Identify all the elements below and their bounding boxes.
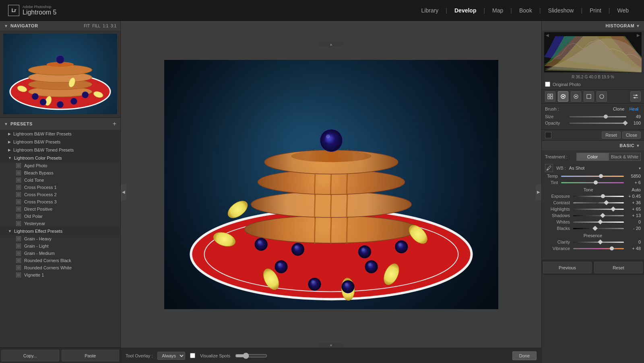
highlights-slider[interactable]	[573, 209, 624, 210]
list-item[interactable]: Vignette 1	[0, 271, 120, 279]
zoom-3to1[interactable]: 3:1	[111, 24, 116, 28]
auto-button[interactable]: Auto	[632, 187, 641, 192]
previous-button[interactable]: Previous	[543, 262, 592, 273]
opacity-slider-row: Opacity 100	[545, 121, 641, 125]
nav-book[interactable]: Book	[512, 0, 539, 21]
list-item[interactable]: Cross Process 1	[0, 184, 120, 191]
paste-button[interactable]: Paste	[62, 350, 120, 361]
main-layout: ▼ Navigator FIT FILL 1:1 3:1 ▼ Presets	[0, 21, 644, 363]
right-panel-collapse-tab[interactable]: ▶	[536, 184, 541, 200]
close-button[interactable]: Close	[622, 131, 641, 139]
list-item[interactable]: Old Polar	[0, 213, 120, 220]
histogram-left-arrow[interactable]: ◀	[546, 33, 549, 37]
color-treatment-button[interactable]: Color	[576, 153, 609, 161]
temp-slider-track[interactable]	[561, 176, 624, 177]
size-slider-track[interactable]	[570, 116, 626, 117]
nav-web[interactable]: Web	[610, 0, 636, 21]
svg-point-13	[636, 94, 637, 96]
original-photo-checkbox[interactable]	[545, 82, 550, 87]
presets-header[interactable]: ▼ Presets +	[0, 118, 120, 130]
redeye-tool-icon[interactable]	[571, 91, 581, 102]
bottom-collapse-bar[interactable]	[319, 343, 343, 348]
preset-group-bw-filter-header[interactable]: ▶ Lightroom B&W Filter Presets	[0, 130, 120, 138]
list-item[interactable]: Bleach Bypass	[0, 169, 120, 176]
small-square-icon[interactable]	[545, 132, 551, 138]
highlights-thumb[interactable]	[611, 207, 616, 212]
list-item[interactable]: Cold Tone	[0, 176, 120, 184]
reset-develop-button[interactable]: Reset	[594, 262, 643, 273]
brush-heal-button[interactable]: Heal	[627, 106, 641, 112]
shadows-thumb[interactable]	[600, 213, 605, 218]
whites-slider[interactable]	[573, 221, 624, 223]
presets-add-button[interactable]: +	[113, 120, 116, 127]
exposure-slider[interactable]	[573, 196, 624, 197]
size-slider-thumb[interactable]	[604, 115, 608, 119]
opacity-slider-track[interactable]	[570, 123, 626, 124]
preset-group-effects-header[interactable]: ▼ Lightroom Effect Presets	[0, 227, 120, 235]
nav-map[interactable]: Map	[485, 0, 510, 21]
spot-removal-icon[interactable]	[558, 91, 568, 102]
histogram-header[interactable]: Histogram ▼	[542, 21, 644, 31]
zoom-1to1[interactable]: 1:1	[103, 24, 108, 28]
svg-point-5	[562, 96, 564, 97]
list-item[interactable]: Grain - Medium	[0, 250, 120, 257]
tint-slider-thumb[interactable]	[594, 180, 598, 185]
blacks-slider[interactable]	[573, 228, 624, 229]
slider-adjust-icon[interactable]	[630, 91, 641, 102]
contrast-slider[interactable]	[573, 202, 624, 203]
top-collapse-bar[interactable]	[319, 42, 343, 47]
wb-eyedropper-tool[interactable]: 🖊	[545, 164, 553, 172]
bw-treatment-button[interactable]: Black & White	[609, 153, 641, 161]
tool-overlay-select[interactable]: Always Never Auto	[157, 352, 185, 360]
nav-library[interactable]: Library	[414, 0, 446, 21]
exposure-thumb[interactable]	[601, 194, 605, 198]
zoom-fill[interactable]: FILL	[92, 24, 100, 28]
shadows-slider[interactable]	[573, 215, 624, 216]
list-item[interactable]: Direct Positive	[0, 205, 120, 213]
brush-clone-button[interactable]: Clone	[611, 106, 627, 112]
done-button[interactable]: Done	[512, 351, 537, 360]
preset-item-label: Cross Process 1	[24, 185, 57, 190]
list-item[interactable]: Grain - Light	[0, 242, 120, 250]
opacity-slider-thumb[interactable]	[623, 121, 628, 126]
list-item[interactable]: Aged Photo	[0, 162, 120, 169]
circle-tool-icon[interactable]	[597, 91, 607, 102]
histogram-right-arrow[interactable]: ▶	[637, 33, 640, 37]
list-item[interactable]: Grain - Heavy	[0, 235, 120, 242]
grid-tool-icon[interactable]	[545, 91, 555, 102]
reset-button[interactable]: Reset	[602, 131, 621, 139]
vibrance-thumb[interactable]	[610, 246, 614, 250]
visualize-spots-checkbox[interactable]	[190, 353, 195, 358]
nav-print[interactable]: Print	[582, 0, 609, 21]
contrast-thumb[interactable]	[604, 200, 609, 205]
reset-close-row: Reset Close	[542, 130, 644, 141]
nav-slideshow[interactable]: Slideshow	[541, 0, 581, 21]
copy-button[interactable]: Copy...	[1, 350, 59, 361]
list-item[interactable]: Yesteryear	[0, 220, 120, 227]
list-item[interactable]: Rounded Corners Black	[0, 257, 120, 264]
list-item[interactable]: Cross Process 2	[0, 191, 120, 198]
clarity-slider[interactable]	[573, 242, 624, 243]
nav-develop[interactable]: Develop	[447, 0, 483, 21]
visualize-spots-slider[interactable]	[235, 353, 267, 359]
preset-item-icon	[16, 265, 21, 270]
preset-group-color-header[interactable]: ▼ Lightroom Color Presets	[0, 154, 120, 162]
whites-value: 0	[626, 219, 641, 224]
basic-header[interactable]: Basic ▼	[542, 141, 644, 150]
crop-tool-icon[interactable]	[584, 91, 594, 102]
whites-thumb[interactable]	[598, 219, 603, 225]
temp-slider-thumb[interactable]	[599, 174, 603, 178]
clarity-thumb[interactable]	[598, 240, 603, 245]
zoom-fit[interactable]: FIT	[84, 24, 90, 28]
tint-slider-track[interactable]	[561, 182, 624, 183]
preset-group-bw-header[interactable]: ▶ Lightroom B&W Presets	[0, 138, 120, 146]
vibrance-slider[interactable]	[573, 248, 624, 249]
left-panel-collapse-tab[interactable]: ◀	[121, 184, 126, 200]
preset-item-icon	[16, 185, 21, 190]
wb-dropdown-icon[interactable]: ▾	[639, 166, 641, 170]
navigator-header[interactable]: ▼ Navigator FIT FILL 1:1 3:1	[0, 21, 120, 31]
blacks-thumb[interactable]	[593, 226, 598, 231]
preset-group-bw-toned-header[interactable]: ▶ Lightroom B&W Toned Presets	[0, 146, 120, 154]
list-item[interactable]: Rounded Corners White	[0, 264, 120, 271]
list-item[interactable]: Cross Process 3	[0, 198, 120, 205]
